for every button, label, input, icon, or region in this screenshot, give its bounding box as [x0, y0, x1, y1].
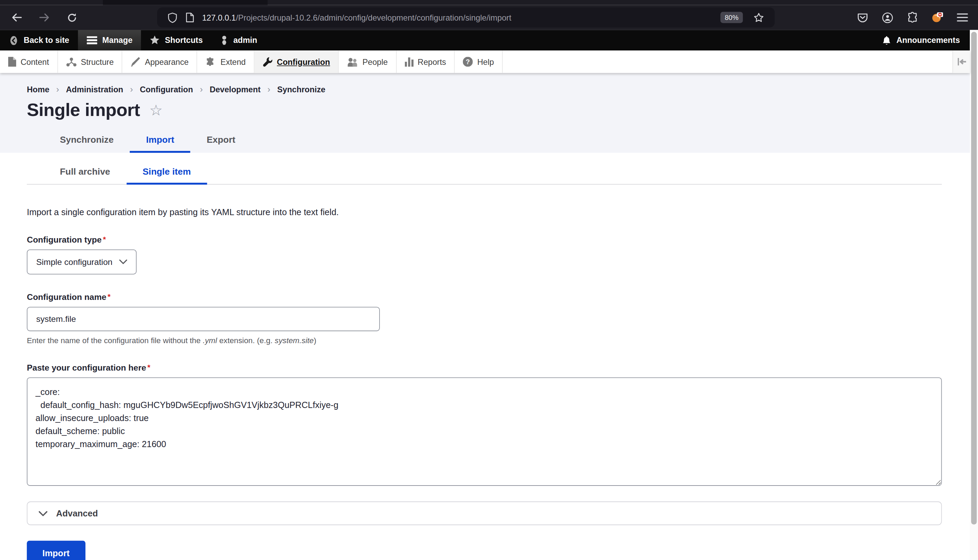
toolbar-orientation-toggle[interactable] — [952, 50, 970, 73]
drupal-admin-menu: Content Structure Appearance Extend — [0, 50, 970, 73]
admin-user-button[interactable]: admin — [212, 30, 266, 50]
announcements-label: Announcements — [896, 36, 960, 45]
configuration-type-select[interactable]: Simple configuration — [27, 250, 137, 275]
menu-item-content[interactable]: Content — [0, 50, 58, 73]
advanced-details-toggle[interactable]: Advanced — [27, 501, 941, 525]
required-asterisk: * — [103, 235, 106, 243]
breadcrumb-separator: › — [56, 84, 59, 94]
configuration-name-input[interactable]: system.file — [27, 307, 380, 331]
subtab-single-item[interactable]: Single item — [126, 160, 207, 185]
page-header: Home › Administration › Configuration › … — [0, 73, 970, 153]
forward-icon[interactable] — [39, 12, 50, 23]
structure-sitemap-icon — [66, 57, 77, 66]
menu-item-people[interactable]: People — [339, 50, 397, 73]
breadcrumb-separator: › — [267, 84, 270, 94]
url-text[interactable]: 127.0.0.1/Projects/drupal-10.2.6/admin/c… — [202, 13, 720, 22]
configuration-name-label: Configuration name* — [27, 292, 941, 302]
breadcrumb-separator: › — [130, 84, 133, 94]
back-to-site-button[interactable]: Back to site — [0, 30, 78, 50]
url-host: 127.0.0.1 — [202, 13, 236, 22]
page-title: Single import — [27, 100, 140, 120]
url-bar[interactable]: 127.0.0.1/Projects/drupal-10.2.6/admin/c… — [157, 8, 775, 27]
menu-item-extend[interactable]: Extend — [197, 50, 254, 73]
breadcrumb-link-development[interactable]: Development — [210, 84, 260, 94]
people-users-icon — [347, 57, 358, 66]
configuration-name-value: system.file — [36, 314, 76, 323]
pocket-icon[interactable] — [857, 12, 868, 23]
configuration-type-label: Configuration type* — [27, 235, 941, 244]
advanced-label: Advanced — [56, 508, 98, 518]
collapse-left-icon — [957, 58, 966, 65]
menu-item-configuration[interactable]: Configuration — [254, 50, 339, 73]
chevron-down-icon — [39, 511, 47, 516]
import-submit-button[interactable]: Import — [27, 541, 85, 560]
shortcuts-star-icon — [150, 36, 160, 45]
user-icon — [220, 36, 228, 45]
breadcrumb-link-synchronize[interactable]: Synchronize — [277, 84, 325, 94]
extensions-puzzle-icon[interactable] — [907, 12, 918, 23]
menu-item-reports[interactable]: Reports — [397, 50, 455, 73]
shortcuts-label: Shortcuts — [165, 36, 203, 45]
breadcrumb: Home › Administration › Configuration › … — [27, 84, 941, 94]
extend-puzzle-icon — [205, 57, 216, 66]
manage-button[interactable]: Manage — [78, 30, 141, 50]
back-to-site-label: Back to site — [24, 36, 69, 45]
help-question-icon: ? — [463, 57, 473, 67]
menu-item-appearance[interactable]: Appearance — [123, 50, 197, 73]
shield-icon[interactable] — [168, 12, 177, 23]
page-info-icon[interactable] — [186, 12, 194, 22]
svg-text:?: ? — [466, 58, 470, 65]
menu-item-help[interactable]: ? Help — [455, 50, 503, 73]
zoom-level-badge[interactable]: 80% — [720, 12, 743, 23]
bookmark-star-icon[interactable] — [753, 12, 764, 22]
page-description: Import a single configuration item by pa… — [27, 207, 941, 217]
manage-menu-icon — [87, 36, 97, 44]
primary-tabs: Synchronize Import Export — [27, 128, 941, 153]
configuration-name-help: Enter the name of the configuration file… — [27, 336, 941, 345]
configuration-type-value: Simple configuration — [36, 257, 112, 267]
breadcrumb-separator: › — [200, 84, 202, 94]
yaml-configuration-textarea[interactable]: _core: default_config_hash: mguGHCYb9Dw5… — [27, 377, 941, 486]
breadcrumb-link-home[interactable]: Home — [27, 84, 49, 94]
tab-synchronize[interactable]: Synchronize — [43, 128, 130, 153]
back-icon[interactable] — [11, 12, 23, 23]
shortcut-star-icon[interactable]: ☆ — [149, 103, 163, 118]
secondary-tabs: Full archive Single item — [27, 160, 941, 185]
tab-import[interactable]: Import — [130, 128, 190, 153]
required-asterisk: * — [108, 292, 110, 301]
admin-user-label: admin — [233, 36, 257, 45]
shortcuts-button[interactable]: Shortcuts — [141, 30, 212, 50]
announcements-button[interactable]: Announcements — [872, 30, 970, 50]
chevron-down-icon — [119, 259, 127, 265]
required-asterisk: * — [147, 363, 150, 372]
breadcrumb-link-administration[interactable]: Administration — [66, 84, 123, 94]
main-content: Full archive Single item Import a single… — [0, 153, 970, 560]
reports-chart-icon — [405, 57, 413, 66]
url-path: /Projects/drupal-10.2.6/admin/config/dev… — [236, 13, 511, 22]
appearance-brush-icon — [130, 57, 140, 67]
active-tab-edge — [103, 0, 268, 5]
browser-navigation-toolbar: 127.0.0.1/Projects/drupal-10.2.6/admin/c… — [0, 5, 978, 30]
configuration-wrench-icon — [263, 56, 272, 67]
menu-hamburger-icon[interactable] — [957, 12, 968, 23]
breadcrumb-link-configuration[interactable]: Configuration — [140, 84, 193, 94]
content-document-icon — [8, 57, 17, 67]
page-scrollbar[interactable] — [970, 30, 978, 560]
manage-label: Manage — [102, 36, 132, 45]
back-to-site-icon — [8, 35, 18, 45]
browser-tabstrip-edge — [0, 0, 978, 5]
tab-export[interactable]: Export — [190, 128, 252, 153]
drupal-admin-toolbar: Back to site Manage Shortcuts admin — [0, 30, 970, 50]
scrollbar-thumb[interactable] — [971, 32, 976, 525]
paste-configuration-label: Paste your configuration here* — [27, 363, 941, 372]
subtab-full-archive[interactable]: Full archive — [43, 160, 126, 185]
account-icon[interactable] — [882, 12, 893, 23]
firefox-extension-badge-icon[interactable] — [932, 12, 943, 23]
announcements-bell-icon — [882, 35, 891, 45]
reload-icon[interactable] — [66, 12, 78, 23]
menu-item-structure[interactable]: Structure — [58, 50, 123, 73]
browser-window: 127.0.0.1/Projects/drupal-10.2.6/admin/c… — [0, 0, 978, 560]
